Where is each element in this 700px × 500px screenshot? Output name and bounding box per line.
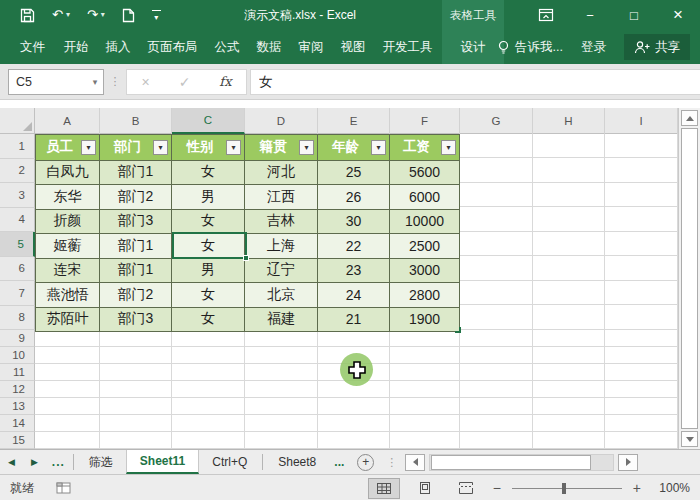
ribbon-tab[interactable]: 文件	[10, 30, 55, 64]
cell[interactable]: 22	[318, 234, 390, 259]
cell[interactable]: 白凤九	[35, 161, 100, 186]
horizontal-scroll-track[interactable]	[429, 454, 614, 471]
qat-customize-button[interactable]: ▾	[152, 10, 161, 21]
undo-dropdown-icon[interactable]: ▾	[66, 0, 70, 30]
filter-dropdown-button[interactable]: ▾	[81, 140, 96, 155]
column-header[interactable]: E	[318, 108, 390, 134]
tell-me-button[interactable]: 告诉我...	[497, 39, 563, 56]
table-header-cell[interactable]: 部门 ▾	[100, 135, 172, 161]
row-header[interactable]: 5	[0, 232, 35, 257]
sheet-nav-right-button[interactable]: ▶	[23, 450, 46, 474]
cell[interactable]: 部门2	[100, 283, 172, 308]
cell[interactable]: 1900	[390, 308, 460, 333]
column-header[interactable]: F	[390, 108, 460, 134]
sheet-nav-left-button[interactable]: ◀	[0, 450, 23, 474]
macro-record-button[interactable]	[56, 482, 71, 494]
zoom-out-button[interactable]: −	[491, 480, 503, 496]
enter-button[interactable]: ✓	[179, 74, 191, 90]
cell[interactable]: 3000	[390, 259, 460, 284]
cell[interactable]: 福建	[245, 308, 318, 333]
row-header[interactable]: 3	[0, 183, 35, 208]
ribbon-tab[interactable]: 数据	[248, 30, 290, 64]
zoom-level[interactable]: 100%	[652, 481, 690, 495]
select-all-button[interactable]	[0, 108, 35, 134]
sheet-tab[interactable]: 筛选	[76, 450, 126, 474]
cancel-button[interactable]: ×	[141, 74, 149, 90]
name-box[interactable]: C5 ▾	[8, 69, 104, 95]
cell[interactable]: 部门3	[100, 210, 172, 235]
filter-dropdown-button[interactable]: ▾	[441, 140, 456, 155]
cell[interactable]: 北京	[245, 283, 318, 308]
cell[interactable]: 30	[318, 210, 390, 235]
row-header[interactable]: 12	[0, 381, 35, 398]
cell[interactable]: 10000	[390, 210, 460, 235]
cell[interactable]: 部门3	[100, 308, 172, 333]
more-sheets-button[interactable]: ...	[329, 450, 349, 474]
horizontal-scroll-thumb[interactable]	[431, 455, 591, 470]
cell[interactable]: 男	[172, 259, 245, 284]
filter-dropdown-button[interactable]: ▾	[153, 140, 168, 155]
formula-input[interactable]	[251, 70, 700, 94]
save-button[interactable]	[20, 8, 35, 23]
table-header-cell[interactable]: 工资 ▾	[390, 135, 460, 161]
cell[interactable]: 部门1	[100, 259, 172, 284]
ribbon-tab[interactable]: 页面布局	[139, 30, 206, 64]
cell[interactable]: 女	[172, 308, 245, 333]
undo-button[interactable]: ↶ ▾	[52, 0, 70, 30]
zoom-in-button[interactable]: +	[631, 480, 643, 496]
sheet-tab[interactable]: Ctrl+Q	[199, 450, 260, 474]
table-resize-handle[interactable]	[455, 327, 461, 333]
cell[interactable]: 折颜	[35, 210, 100, 235]
cell[interactable]: 男	[172, 185, 245, 210]
cell[interactable]: 河北	[245, 161, 318, 186]
page-break-view-button[interactable]	[450, 478, 482, 499]
ribbon-display-options-button[interactable]	[524, 0, 568, 30]
scroll-right-button[interactable]	[618, 454, 638, 471]
cell[interactable]: 苏陌叶	[35, 308, 100, 333]
cell[interactable]: 6000	[390, 185, 460, 210]
ribbon-tab[interactable]: 设计	[442, 30, 504, 64]
row-header[interactable]: 9	[0, 330, 35, 347]
cell[interactable]: 江西	[245, 185, 318, 210]
normal-view-button[interactable]	[368, 478, 400, 499]
cell[interactable]: 女	[172, 210, 245, 235]
row-header[interactable]: 15	[0, 432, 35, 449]
cell[interactable]: 部门2	[100, 185, 172, 210]
sheet-tab-active[interactable]: Sheet11	[126, 450, 199, 474]
ribbon-tab[interactable]: 开始	[55, 30, 97, 64]
filter-dropdown-button[interactable]: ▾	[299, 140, 314, 155]
cell[interactable]: 吉林	[245, 210, 318, 235]
cell[interactable]: 部门1	[100, 161, 172, 186]
filter-dropdown-button[interactable]: ▾	[226, 140, 241, 155]
row-header[interactable]: 6	[0, 257, 35, 282]
table-header-cell[interactable]: 年龄 ▾	[318, 135, 390, 161]
scroll-down-button[interactable]	[681, 431, 698, 447]
horizontal-scrollbar[interactable]	[405, 450, 638, 474]
cell[interactable]: 姬蘅	[35, 234, 100, 259]
cell[interactable]: 25	[318, 161, 390, 186]
sheet-tabs-overflow-button[interactable]: ...	[46, 450, 71, 474]
ribbon-tab[interactable]: 视图	[332, 30, 374, 64]
close-button[interactable]: ×	[656, 0, 700, 30]
column-header[interactable]: G	[460, 108, 533, 134]
cell[interactable]: 女	[172, 161, 245, 186]
filter-dropdown-button[interactable]: ▾	[371, 140, 386, 155]
vertical-scrollbar[interactable]	[678, 108, 700, 449]
cell[interactable]: 辽宁	[245, 259, 318, 284]
column-header[interactable]: H	[533, 108, 605, 134]
row-header[interactable]: 8	[0, 306, 35, 331]
cell[interactable]: 上海	[245, 234, 318, 259]
scroll-left-button[interactable]	[405, 454, 425, 471]
share-button[interactable]: 共享	[624, 34, 690, 60]
row-header[interactable]: 10	[0, 347, 35, 364]
cell[interactable]: 5600	[390, 161, 460, 186]
sign-in-button[interactable]: 登录	[581, 39, 606, 56]
row-header[interactable]: 2	[0, 159, 35, 184]
column-header[interactable]: I	[605, 108, 678, 134]
column-header[interactable]: A	[35, 108, 100, 134]
row-header[interactable]: 14	[0, 415, 35, 432]
cell[interactable]: 26	[318, 185, 390, 210]
row-header[interactable]: 13	[0, 398, 35, 415]
ribbon-tab[interactable]: 开发工具	[374, 30, 441, 64]
cell[interactable]: 部门1	[100, 234, 172, 259]
